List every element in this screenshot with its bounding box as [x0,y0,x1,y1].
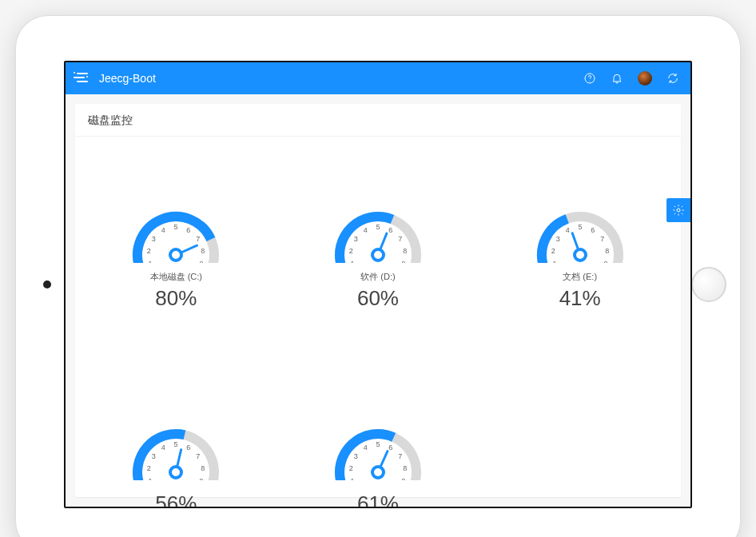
svg-text:7: 7 [398,235,402,243]
svg-text:3: 3 [354,235,358,243]
svg-text:8: 8 [403,464,407,472]
svg-text:5: 5 [376,223,380,231]
header-actions [583,71,679,86]
svg-text:9: 9 [200,477,204,480]
svg-text:4: 4 [161,444,165,451]
svg-text:6: 6 [388,444,392,451]
refresh-icon[interactable] [666,72,679,85]
svg-text:1: 1 [149,477,153,480]
svg-text:4: 4 [364,444,368,451]
gauge-card: 123456789软件 (D:)60% [326,197,430,311]
svg-point-34 [575,249,586,261]
gauge-percent: 61% [357,491,399,507]
svg-text:9: 9 [401,477,405,480]
gauge-percent: 41% [559,286,601,311]
svg-text:2: 2 [349,464,353,472]
svg-text:7: 7 [197,452,201,460]
gauge-percent: 56% [155,491,197,507]
page-body: 磁盘监控 123456789本地磁盘 (C:)80%123456789软件 (D… [66,94,690,507]
svg-text:1: 1 [552,260,556,263]
svg-text:7: 7 [197,235,201,243]
tablet-frame: Jeecg-Boot 磁盘监控 123456789本地磁盘 (C:)80%123… [16,16,740,537]
svg-text:8: 8 [605,247,609,255]
gauge-grid: 123456789本地磁盘 (C:)80%123456789软件 (D:)60%… [75,137,681,507]
svg-text:2: 2 [551,247,555,255]
gauge-chart: 123456789 [124,415,228,480]
svg-text:5: 5 [578,223,582,231]
svg-text:3: 3 [152,235,156,243]
svg-text:3: 3 [152,452,156,460]
svg-text:2: 2 [349,247,353,255]
svg-text:4: 4 [565,226,569,234]
gauge-card: 123456789文档 (E:)41% [528,197,632,311]
panel-title: 磁盘监控 [75,104,681,137]
svg-text:8: 8 [403,247,407,255]
svg-text:2: 2 [147,247,151,255]
gauge-label: 软件 (D:) [360,271,395,283]
gauge-card: 12345678961% [326,415,430,507]
gauge-label: 本地磁盘 (C:) [150,271,202,283]
svg-point-45 [170,467,181,478]
gauge-chart: 123456789 [528,197,632,263]
tablet-home-button[interactable] [691,267,726,302]
svg-text:2: 2 [147,464,151,472]
svg-text:9: 9 [401,260,405,263]
settings-fab[interactable] [666,198,690,222]
gauge-label: 文档 (E:) [563,271,597,283]
gear-icon [672,204,685,217]
gauge-chart: 123456789 [326,415,430,480]
svg-text:7: 7 [600,235,604,243]
svg-text:8: 8 [201,247,205,255]
svg-text:9: 9 [603,260,607,263]
svg-text:1: 1 [351,260,355,263]
svg-text:6: 6 [187,226,191,234]
svg-point-12 [170,249,181,261]
svg-text:5: 5 [174,440,178,448]
svg-text:4: 4 [364,226,368,234]
help-icon[interactable] [583,72,596,85]
disk-panel: 磁盘监控 123456789本地磁盘 (C:)80%123456789软件 (D… [75,104,681,497]
svg-text:8: 8 [201,464,205,472]
tablet-camera [43,280,51,288]
app-header: Jeecg-Boot [66,62,690,94]
user-avatar[interactable] [638,71,652,86]
svg-text:5: 5 [376,440,380,448]
gauge-chart: 123456789 [326,197,430,263]
svg-text:6: 6 [388,226,392,234]
gauge-percent: 60% [357,286,399,311]
app-screen: Jeecg-Boot 磁盘监控 123456789本地磁盘 (C:)80%123… [64,61,692,508]
svg-point-1 [590,81,591,82]
svg-point-56 [372,467,384,478]
app-title: Jeecg-Boot [99,72,156,85]
svg-text:5: 5 [174,223,178,231]
gauge-chart: 123456789 [124,197,228,263]
gauge-card: 123456789本地磁盘 (C:)80% [124,197,228,311]
svg-text:9: 9 [200,260,204,263]
svg-text:3: 3 [354,452,358,460]
svg-text:7: 7 [398,452,402,460]
svg-point-23 [372,249,384,261]
svg-text:1: 1 [149,260,153,263]
svg-text:1: 1 [351,477,355,480]
svg-text:6: 6 [591,226,595,234]
svg-point-57 [677,209,680,212]
gauge-card: 12345678956% [124,415,228,507]
svg-text:6: 6 [187,444,191,451]
notification-bell-icon[interactable] [611,72,623,85]
menu-toggle-icon[interactable] [74,73,88,84]
svg-text:3: 3 [555,235,559,243]
gauge-percent: 80% [155,286,197,311]
svg-text:4: 4 [161,226,165,234]
